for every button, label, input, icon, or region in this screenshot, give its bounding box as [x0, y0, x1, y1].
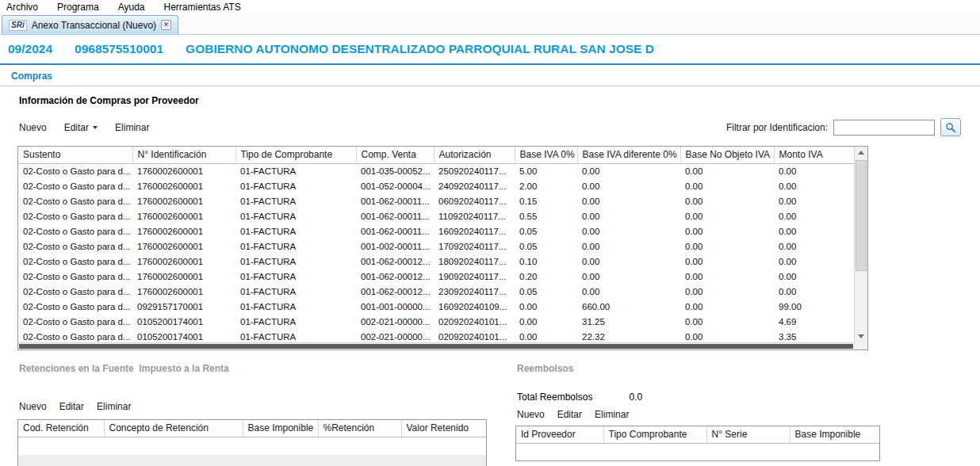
menu-programa[interactable]: Programa [57, 2, 99, 13]
eliminar-button[interactable]: Eliminar [115, 122, 149, 133]
compras-toolbar: Nuevo Editar Eliminar Filtrar por Identi… [19, 118, 961, 136]
retenciones-toolbar: Nuevo Editar Eliminar [17, 401, 487, 412]
table-cell: 160920240117... [434, 223, 515, 239]
table-cell: 0105200174001 [132, 314, 235, 329]
tab-label: Anexo Transaccional (Nuevo) [32, 20, 156, 31]
table-row[interactable]: 02-Costo o Gasto para d...17600026000010… [18, 284, 855, 299]
table-row[interactable]: 02-Costo o Gasto para d...17600026000010… [18, 178, 855, 193]
table-row[interactable]: 02-Costo o Gasto para d...17600026000010… [18, 254, 855, 269]
table-cell: 1760002600001 [132, 239, 235, 254]
table-cell: 0.00 [680, 314, 774, 329]
table-cell: 001-052-00004... [356, 178, 434, 193]
reembolsos-nuevo-button[interactable]: Nuevo [517, 409, 545, 420]
scroll-down-icon[interactable] [855, 330, 867, 342]
column-header[interactable]: Base IVA diferente 0% [577, 147, 680, 163]
menu-bar: Archivo Programa Ayuda Herramientas ATS [0, 0, 980, 14]
table-cell: 001-062-00011... [356, 193, 434, 208]
menu-ayuda[interactable]: Ayuda [118, 2, 145, 13]
column-header[interactable]: Base No Objeto IVA [680, 147, 774, 163]
table-cell: 001-062-00012... [356, 284, 434, 299]
vertical-scrollbar-thumb[interactable] [856, 160, 867, 271]
search-button[interactable] [940, 118, 961, 136]
column-header[interactable]: Valor Retenido [401, 420, 486, 437]
table-row[interactable]: 02-Costo o Gasto para d...01052001740010… [18, 314, 855, 329]
tab-anexo-transaccional[interactable]: SRi Anexo Transaccional (Nuevo) ✕ [2, 15, 178, 34]
vertical-scrollbar[interactable] [854, 147, 867, 342]
section-compras-label: Compras [0, 65, 980, 86]
table-cell: 01-FACTURA [235, 254, 356, 269]
reembolsos-title: Reembolsos [515, 363, 880, 374]
table-cell: 0.00 [774, 254, 855, 269]
table-row[interactable]: 02-Costo o Gasto para d...17600026000010… [18, 223, 855, 239]
table-cell: 02-Costo o Gasto para d... [18, 223, 132, 239]
column-header[interactable]: Cod. Retención [18, 420, 104, 437]
menu-archivo[interactable]: Archivo [6, 2, 38, 13]
reembolsos-eliminar-button[interactable]: Eliminar [595, 409, 629, 420]
table-cell: 5.00 [515, 163, 577, 178]
menu-herramientas-ats[interactable]: Herramientas ATS [164, 2, 241, 13]
table-cell: 0.10 [515, 254, 577, 269]
column-header[interactable]: Comp. Venta [356, 147, 434, 163]
table-cell: 01-FACTURA [235, 299, 356, 314]
table-cell: 0.00 [515, 314, 577, 329]
total-reembolsos-label: Total Reembolsos [517, 392, 592, 403]
table-cell: 02-Costo o Gasto para d... [18, 208, 132, 223]
table-row[interactable]: 02-Costo o Gasto para d...09291571700010… [18, 299, 855, 314]
editar-button[interactable]: Editar [64, 122, 98, 133]
table-cell: 01-FACTURA [235, 269, 356, 284]
filter-input[interactable] [833, 120, 935, 136]
table-row[interactable]: 02-Costo o Gasto para d...17600026000010… [18, 193, 855, 208]
table-cell: 0.20 [515, 269, 577, 284]
table-cell: 1760002600001 [132, 163, 235, 178]
column-header[interactable]: Tipo de Comprobante [235, 147, 356, 163]
table-cell: 002-021-00000... [356, 314, 434, 329]
dropdown-caret-icon[interactable] [93, 126, 98, 129]
table-cell: 0.00 [577, 223, 680, 239]
table-cell: 0.00 [774, 269, 855, 284]
table-row[interactable]: 02-Costo o Gasto para d...17600026000010… [18, 239, 855, 254]
column-header[interactable]: N° Serie [706, 426, 790, 443]
table-cell: 0.00 [680, 178, 774, 193]
sri-logo-icon: SRi [9, 20, 27, 31]
column-header[interactable]: Base Imponible [243, 420, 318, 437]
column-header[interactable]: Concepto de Retención [104, 420, 243, 437]
column-header[interactable]: Monto IVA [774, 147, 855, 163]
table-cell: 99.00 [774, 299, 855, 314]
column-header[interactable]: Id Proveedor [516, 426, 603, 443]
table-cell: 240920240117... [434, 178, 515, 193]
column-header[interactable]: %Retención [318, 420, 401, 437]
table-header-row: Id ProveedorTipo ComprobanteN° SerieBase… [516, 426, 879, 443]
retenciones-eliminar-button[interactable]: Eliminar [97, 401, 131, 412]
column-header[interactable]: Base IVA 0% [515, 147, 577, 163]
table-cell: 0.00 [577, 208, 680, 223]
retenciones-nuevo-button[interactable]: Nuevo [19, 401, 47, 412]
table-row[interactable]: 02-Costo o Gasto para d...17600026000010… [18, 208, 855, 223]
column-header[interactable]: Sustento [18, 147, 132, 163]
table-cell: 0.00 [680, 239, 774, 254]
column-header[interactable]: Autorización [434, 147, 515, 163]
table-cell: 31.25 [577, 314, 680, 329]
retenciones-editar-button[interactable]: Editar [59, 401, 84, 412]
table-cell: 0.00 [680, 254, 774, 269]
column-header[interactable]: Tipo Comprobante [603, 426, 706, 443]
horizontal-scrollbar-thumb[interactable] [19, 344, 853, 349]
table-row[interactable]: 02-Costo o Gasto para d...17600026000010… [18, 163, 855, 178]
table-cell: 02-Costo o Gasto para d... [18, 239, 132, 254]
reembolsos-toolbar: Nuevo Editar Eliminar [515, 409, 880, 420]
reembolsos-editar-button[interactable]: Editar [557, 409, 582, 420]
table-cell: 02-Costo o Gasto para d... [18, 284, 132, 299]
column-header[interactable]: N° Identificación [132, 147, 235, 163]
table-cell: 1760002600001 [132, 254, 235, 269]
table-cell: 0.00 [515, 299, 577, 314]
nuevo-button[interactable]: Nuevo [19, 122, 47, 133]
table-cell: 0.15 [515, 193, 577, 208]
table-cell: 250920240117... [434, 163, 515, 178]
scroll-up-icon[interactable] [855, 147, 867, 159]
horizontal-scrollbar[interactable] [18, 342, 854, 350]
table-cell: 2.00 [515, 178, 577, 193]
tab-close-icon[interactable]: ✕ [161, 20, 171, 30]
table-cell: 020920240101... [434, 314, 515, 329]
table-cell: 110920240117... [434, 208, 515, 223]
column-header[interactable]: Base Imponible [790, 426, 879, 443]
table-row[interactable]: 02-Costo o Gasto para d...17600026000010… [18, 269, 855, 284]
